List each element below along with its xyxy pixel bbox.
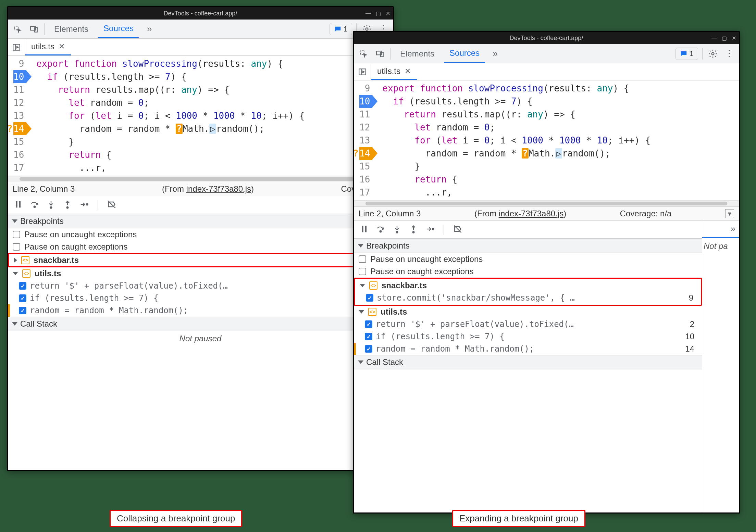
messages-badge[interactable]: 1 <box>330 23 352 35</box>
window-title: DevTools - coffee-cart.app/ <box>510 35 583 42</box>
bp-group-utils[interactable]: <> utils.ts <box>8 267 393 280</box>
checkbox-off-icon[interactable] <box>359 268 366 275</box>
deactivate-breakpoints-icon[interactable] <box>107 200 116 210</box>
tab-elements[interactable]: Elements <box>49 24 94 34</box>
horizontal-scrollbar[interactable] <box>354 200 739 206</box>
tab-sources[interactable]: Sources <box>444 48 485 63</box>
pause-icon[interactable] <box>13 200 23 210</box>
checkbox-on-icon[interactable]: ✓ <box>19 294 26 302</box>
svg-rect-6 <box>19 201 21 208</box>
main-toolbar: Elements Sources » 1 ⋮ <box>354 44 739 63</box>
bp-group-snackbar-collapsed[interactable]: <> snackbar.ts <box>8 253 393 267</box>
bp-group-label: snackbar.ts <box>382 281 427 290</box>
svg-rect-17 <box>365 226 367 232</box>
step-into-icon[interactable] <box>392 224 402 235</box>
bp-group-utils[interactable]: <> utils.ts <box>354 306 702 318</box>
checkbox-on-icon[interactable]: ✓ <box>365 345 372 353</box>
close-tab-icon[interactable]: ✕ <box>59 42 65 51</box>
step-into-icon[interactable] <box>46 200 56 210</box>
file-tab-utils[interactable]: utils.ts ✕ <box>371 63 417 80</box>
close-icon[interactable]: ✕ <box>732 35 736 41</box>
checkbox-on-icon[interactable]: ✓ <box>365 320 372 328</box>
close-tab-icon[interactable]: ✕ <box>405 67 411 76</box>
breakpoint-item[interactable]: ✓ store.commit('snackbar/showMessage', {… <box>355 292 701 304</box>
checkbox-off-icon[interactable] <box>13 243 20 251</box>
step-over-icon[interactable] <box>30 200 39 210</box>
step-out-icon[interactable] <box>409 224 418 235</box>
pause-caught-row[interactable]: Pause on caught exceptions <box>354 265 702 278</box>
pause-uncaught-row[interactable]: Pause on uncaught exceptions <box>354 253 702 265</box>
step-icon[interactable] <box>79 200 89 210</box>
svg-point-10 <box>86 204 88 205</box>
breakpoints-label: Breakpoints <box>20 216 64 226</box>
overflow-tabs-icon[interactable]: » <box>702 221 739 238</box>
breakpoints-section-header[interactable]: Breakpoints <box>354 239 702 253</box>
file-tab-utils[interactable]: utils.ts ✕ <box>25 39 71 55</box>
kebab-icon[interactable]: ⋮ <box>723 48 735 60</box>
breakpoints-section-header[interactable]: Breakpoints <box>8 214 393 228</box>
checkbox-on-icon[interactable]: ✓ <box>19 282 26 290</box>
horizontal-scrollbar[interactable] <box>8 176 393 182</box>
callstack-section-header[interactable]: Call Stack <box>8 317 393 331</box>
gear-icon[interactable] <box>707 48 719 60</box>
breakpoint-item[interactable]: ✓ if (results.length >= 7) { 10 <box>354 330 702 343</box>
breakpoint-item[interactable]: ✓ random = random * Math.random(); 14 <box>354 343 702 355</box>
debugger-toolbar <box>354 221 702 239</box>
navigator-toggle-icon[interactable] <box>8 39 25 55</box>
checkbox-off-icon[interactable] <box>13 231 20 238</box>
maximize-icon[interactable]: ▢ <box>376 10 381 17</box>
checkbox-on-icon[interactable]: ✓ <box>365 333 372 340</box>
coverage-dropdown-icon[interactable]: ▾ <box>725 209 734 218</box>
svg-rect-5 <box>16 201 17 208</box>
pause-uncaught-label: Pause on uncaught exceptions <box>370 254 483 264</box>
messages-badge[interactable]: 1 <box>676 48 698 60</box>
breakpoints-label: Breakpoints <box>366 241 410 251</box>
source-mapped-from[interactable]: (From index-73f73a80.js) <box>474 209 566 218</box>
close-icon[interactable]: ✕ <box>386 10 390 17</box>
conditional-bp-marker <box>354 343 356 355</box>
svg-point-9 <box>67 207 69 208</box>
main-toolbar: Elements Sources » 1 ⋮ <box>8 20 393 39</box>
chevron-down-icon <box>12 322 17 326</box>
callstack-section-header[interactable]: Call Stack <box>354 355 702 369</box>
code-editor[interactable]: 91011121314151617 export function slowPr… <box>354 80 739 200</box>
svg-point-14 <box>712 52 714 55</box>
breakpoint-item[interactable]: ✓ return '$' + parseFloat(value).toFixed… <box>354 318 702 330</box>
svg-point-8 <box>50 207 52 208</box>
pause-caught-label: Pause on caught exceptions <box>370 267 474 276</box>
pause-icon[interactable] <box>359 224 369 235</box>
svg-point-18 <box>380 231 382 232</box>
svg-point-20 <box>413 231 414 233</box>
inspect-icon[interactable] <box>11 23 24 35</box>
tab-sources[interactable]: Sources <box>98 24 139 38</box>
code-editor[interactable]: 91011121314151617 export function slowPr… <box>8 56 393 176</box>
inspect-icon[interactable] <box>357 48 370 60</box>
more-tabs-icon[interactable]: » <box>489 48 501 60</box>
device-toggle-icon[interactable] <box>28 23 40 35</box>
minimize-icon[interactable]: — <box>365 10 371 17</box>
step-icon[interactable] <box>425 224 435 235</box>
pause-caught-row[interactable]: Pause on caught exceptions <box>8 241 393 253</box>
cursor-position: Line 2, Column 3 <box>13 184 75 194</box>
checkbox-on-icon[interactable]: ✓ <box>366 294 373 302</box>
checkbox-on-icon[interactable]: ✓ <box>19 307 26 314</box>
maximize-icon[interactable]: ▢ <box>722 35 727 41</box>
tab-elements[interactable]: Elements <box>395 49 440 59</box>
pause-uncaught-row[interactable]: Pause on uncaught exceptions <box>8 228 393 241</box>
step-over-icon[interactable] <box>376 224 385 235</box>
breakpoint-item[interactable]: ✓ random = random * Math.random(); 14 <box>8 304 393 317</box>
svg-point-3 <box>366 28 368 30</box>
source-mapped-from[interactable]: (From index-73f73a80.js) <box>162 184 254 194</box>
bp-group-snackbar-expanded[interactable]: <> snackbar.ts <box>355 279 701 292</box>
more-tabs-icon[interactable]: » <box>143 23 156 35</box>
breakpoint-item[interactable]: ✓ return '$' + parseFloat(value).toFixed… <box>8 280 393 292</box>
svg-point-7 <box>34 206 36 208</box>
navigator-toggle-icon[interactable] <box>354 63 371 80</box>
minimize-icon[interactable]: — <box>711 35 717 41</box>
checkbox-off-icon[interactable] <box>359 255 366 263</box>
step-out-icon[interactable] <box>63 200 72 210</box>
device-toggle-icon[interactable] <box>374 48 386 60</box>
breakpoint-item[interactable]: ✓ if (results.length >= 7) { 10 <box>8 292 393 304</box>
bp-group-label: snackbar.ts <box>34 255 79 265</box>
deactivate-breakpoints-icon[interactable] <box>453 224 462 235</box>
